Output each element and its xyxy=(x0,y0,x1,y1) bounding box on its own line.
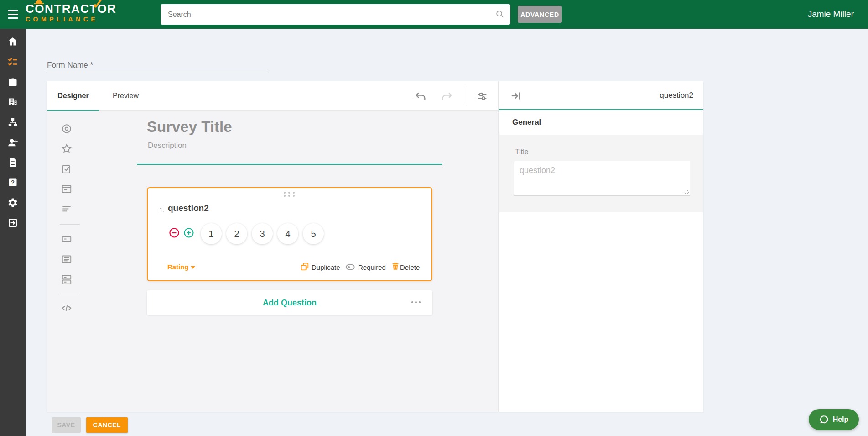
sidebar-item-settings[interactable] xyxy=(7,197,18,208)
logo-line2: COMPLIANCE xyxy=(26,16,116,22)
required-toggle-icon[interactable] xyxy=(345,262,355,272)
rating-option-5[interactable]: 5 xyxy=(303,223,324,244)
global-search xyxy=(161,4,510,25)
hardhat-icon xyxy=(36,0,42,4)
document-icon xyxy=(7,157,18,168)
general-section-header[interactable]: General xyxy=(499,110,703,134)
company-building-icon xyxy=(7,96,18,107)
sidebar-item-forms[interactable] xyxy=(7,56,18,67)
sidebar-item-home[interactable] xyxy=(7,36,18,47)
search-icon xyxy=(495,9,505,19)
redo-icon[interactable] xyxy=(441,90,453,103)
title-property-field xyxy=(514,161,690,196)
advanced-search-button[interactable]: ADVANCED xyxy=(518,6,562,23)
logout-icon xyxy=(7,217,18,228)
home-icon xyxy=(7,36,18,47)
hamburger-menu-icon[interactable] xyxy=(8,10,18,19)
survey-title-placeholder[interactable]: Survey Title xyxy=(147,118,232,136)
drag-handle-icon[interactable] xyxy=(284,192,296,196)
toolbox-dropdown[interactable] xyxy=(61,183,73,195)
survey-header-divider xyxy=(137,164,442,165)
general-section-body: Title xyxy=(499,135,703,212)
delete-trash-icon[interactable] xyxy=(390,261,400,271)
question-title[interactable]: question2 xyxy=(168,203,209,213)
selected-question-name: question2 xyxy=(660,91,693,100)
add-rating-item-icon[interactable] xyxy=(183,227,194,238)
toolbox-paragraph[interactable] xyxy=(61,253,73,265)
top-header: CONTRACTOR ✓ COMPLIANCE ADVANCED Jamie M… xyxy=(0,0,868,29)
duplicate-action[interactable]: Duplicate xyxy=(312,263,340,271)
toolbox-multipletext[interactable] xyxy=(61,273,73,285)
survey-description-placeholder[interactable]: Description xyxy=(148,141,187,150)
comment-icon xyxy=(61,203,73,215)
chevron-down-icon[interactable] xyxy=(191,266,195,269)
toolbox-divider xyxy=(60,294,80,294)
save-button[interactable]: SAVE xyxy=(52,417,81,433)
tab-designer[interactable]: Designer xyxy=(47,81,99,111)
briefcase-icon xyxy=(7,77,18,88)
svg-text:?: ? xyxy=(11,179,15,186)
toolbox-text[interactable] xyxy=(61,233,73,245)
rating-option-4[interactable]: 4 xyxy=(277,223,298,244)
forms-checklist-icon xyxy=(7,56,18,67)
rating-option-1[interactable]: 1 xyxy=(201,223,222,244)
sidebar-item-logout[interactable] xyxy=(7,217,18,228)
cancel-button[interactable]: CANCEL xyxy=(86,417,128,433)
undo-icon[interactable] xyxy=(414,90,427,103)
text-input-icon xyxy=(61,233,73,245)
help-button[interactable]: Help xyxy=(809,409,859,430)
sidebar-item-companies[interactable] xyxy=(7,96,18,107)
question-number: 1. xyxy=(159,206,165,214)
collapse-panel-icon[interactable] xyxy=(510,90,522,102)
rating-option-2[interactable]: 2 xyxy=(226,223,247,244)
form-name-input[interactable] xyxy=(47,58,269,73)
designer-tabbar: Designer Preview xyxy=(47,81,498,111)
search-input[interactable] xyxy=(161,4,510,25)
settings-gear-icon xyxy=(7,197,18,208)
add-question-button[interactable]: Add Question xyxy=(147,290,432,315)
sidebar-item-help[interactable]: ? xyxy=(7,177,18,188)
title-property-textarea[interactable] xyxy=(514,161,690,196)
logo-check-icon: ✓ xyxy=(92,0,104,11)
properties-panel: question2 General Title xyxy=(499,81,703,412)
paragraph-icon xyxy=(61,253,73,265)
org-chart-icon xyxy=(7,117,18,128)
rating-option-3[interactable]: 3 xyxy=(252,223,273,244)
toolbox-html[interactable] xyxy=(61,302,73,314)
help-question-icon: ? xyxy=(7,177,18,188)
sidebar-item-jobs[interactable] xyxy=(7,77,18,88)
sidebar-item-documents[interactable] xyxy=(7,157,18,168)
toolbox-comment[interactable] xyxy=(61,203,73,215)
chat-bubble-icon xyxy=(819,415,829,425)
required-action[interactable]: Required xyxy=(358,263,386,271)
contractors-worker-icon xyxy=(7,137,18,148)
sidebar-item-org-chart[interactable] xyxy=(7,117,18,128)
more-options-icon[interactable] xyxy=(411,301,421,303)
radiogroup-icon xyxy=(61,123,73,135)
toolbar-divider xyxy=(465,87,465,105)
html-code-icon xyxy=(61,302,73,314)
design-surface: Survey Title Description 1. question2 1 … xyxy=(47,111,498,412)
survey-settings-icon[interactable] xyxy=(476,90,489,103)
delete-action[interactable]: Delete xyxy=(400,263,420,271)
logo-line1: CONTRACTOR ✓ xyxy=(26,3,116,15)
tab-preview[interactable]: Preview xyxy=(99,81,152,110)
toolbox-radiogroup[interactable] xyxy=(61,123,73,135)
toolbox-divider xyxy=(60,224,80,225)
multipletext-icon xyxy=(61,273,73,285)
duplicate-icon[interactable] xyxy=(300,262,310,272)
properties-header: question2 xyxy=(499,81,703,110)
user-menu[interactable]: Jamie Miller xyxy=(808,9,854,19)
remove-rating-item-icon[interactable] xyxy=(169,227,180,238)
add-question-card[interactable]: Add Question xyxy=(147,290,432,315)
rating-star-icon xyxy=(61,143,73,155)
toolbox-boolean[interactable] xyxy=(61,163,73,175)
left-sidebar: ? xyxy=(0,29,26,436)
question-card[interactable]: 1. question2 1 2 3 4 5 Rating Duplicate … xyxy=(147,187,432,281)
sidebar-item-contractors[interactable] xyxy=(7,137,18,148)
question-type-dropdown[interactable]: Rating xyxy=(167,263,189,271)
toolbox-rating[interactable] xyxy=(61,143,73,155)
boolean-check-icon xyxy=(61,163,73,175)
dropdown-icon xyxy=(61,183,73,195)
app-logo: CONTRACTOR ✓ COMPLIANCE xyxy=(26,3,116,22)
